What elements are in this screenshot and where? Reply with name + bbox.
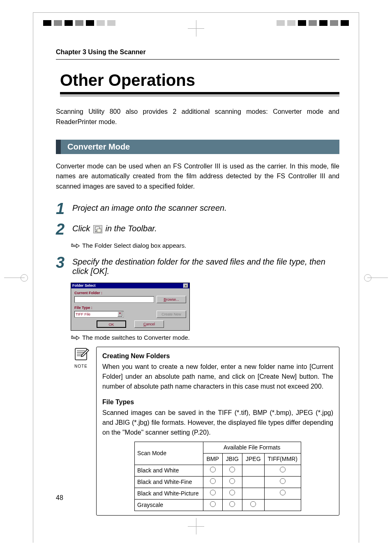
file-formats-table: Scan Mode Available File Formats BMP JBI… <box>134 442 301 511</box>
note-content: Creating New Folders When you want to cr… <box>96 347 339 516</box>
note-paragraph-1: When you want to create a new folder, en… <box>102 362 333 391</box>
page-number: 48 <box>56 494 63 502</box>
file-type-value: TIFF File <box>76 312 90 316</box>
step-number: 3 <box>56 255 72 270</box>
step-title: Project an image onto the scanner screen… <box>72 203 339 213</box>
dialog-titlebar: Folder Select × <box>71 283 189 288</box>
svg-rect-1 <box>97 229 101 232</box>
table-row: Black and White-Fine <box>135 476 301 488</box>
page-title: Other Operations <box>60 71 339 94</box>
step-text-after: in the Toolbar. <box>105 224 157 233</box>
note-label: NOTE <box>71 364 91 368</box>
note-icon <box>73 347 89 362</box>
step-2: 2 Click in the Toolbar. <box>56 221 339 237</box>
step-substep: The Folder Select dialog box appears. <box>71 242 339 249</box>
step-title: Click in the Toolbar. <box>72 224 339 233</box>
intro-paragraph: Scanning Utility 800 also provides 2 add… <box>56 107 339 127</box>
table-row: Black and White <box>135 465 301 476</box>
col-jpeg: JPEG <box>242 453 264 465</box>
col-bmp: BMP <box>203 453 222 465</box>
check-icon <box>203 488 222 499</box>
step-substep: The mode switches to Converter mode. <box>71 334 339 341</box>
step-text-before: Click <box>72 224 92 233</box>
chevron-down-icon[interactable]: ▼ <box>118 311 122 317</box>
section-heading: Converter Mode <box>56 140 339 154</box>
trim-line <box>359 12 359 543</box>
file-type-select[interactable]: TIFF File ▼ <box>74 311 124 318</box>
trim-line <box>33 12 359 13</box>
check-icon <box>222 488 242 499</box>
current-folder-label: Current Folder : <box>74 291 186 295</box>
col-tiff: TIFF(MMR) <box>264 453 301 465</box>
side-crop-mark <box>4 277 25 278</box>
note-paragraph-2: Scanned images can be saved in the TIFF … <box>102 408 333 438</box>
section-body: Converter mode can be used when an FS Co… <box>56 161 339 192</box>
folder-select-dialog: Folder Select × Current Folder : Browse.… <box>71 283 190 331</box>
note-heading-2: File Types <box>102 397 333 407</box>
check-icon <box>222 465 242 476</box>
step-title: Specify the destination folder for the s… <box>72 257 339 276</box>
converter-toolbar-icon <box>93 225 102 233</box>
check-icon <box>203 465 222 476</box>
cancel-button[interactable]: Cancel <box>134 320 164 328</box>
step-3: 3 Specify the destination folder for the… <box>56 255 339 278</box>
step-number: 2 <box>56 221 72 237</box>
trim-line <box>33 12 33 543</box>
result-arrow-icon <box>71 243 80 249</box>
ok-button[interactable]: OK <box>97 320 126 328</box>
crop-marks-top <box>0 20 392 32</box>
note-block: NOTE Creating New Folders When you want … <box>71 347 339 516</box>
dialog-title-text: Folder Select <box>72 283 96 288</box>
table-row: Grayscale <box>135 499 301 511</box>
registration-mark-icon <box>188 518 204 534</box>
browse-button[interactable]: Browse... <box>157 296 186 303</box>
table-header-available: Available File Formats <box>203 442 301 453</box>
step-1: 1 Project an image onto the scanner scre… <box>56 201 339 216</box>
check-icon <box>264 476 301 488</box>
step-sub-text: The mode switches to Converter mode. <box>82 334 190 341</box>
close-icon[interactable]: × <box>183 283 188 288</box>
check-icon <box>203 499 222 511</box>
check-icon <box>264 465 301 476</box>
registration-mark-icon <box>188 20 204 37</box>
chapter-header: Chapter 3 Using the Scanner <box>56 48 339 60</box>
table-row: Black and White-Picture <box>135 488 301 499</box>
check-icon <box>264 488 301 499</box>
check-icon <box>222 499 242 511</box>
table-header-scanmode: Scan Mode <box>135 442 203 465</box>
note-heading-1: Creating New Folders <box>102 351 333 361</box>
col-jbig: JBIG <box>222 453 242 465</box>
check-icon <box>242 499 264 511</box>
current-folder-input[interactable] <box>74 296 154 303</box>
step-sub-text: The Folder Select dialog box appears. <box>82 242 186 249</box>
page-content: Chapter 3 Using the Scanner Other Operat… <box>56 48 339 516</box>
check-icon <box>203 476 222 488</box>
side-crop-mark <box>367 277 388 278</box>
crop-marks-bottom <box>0 518 392 530</box>
result-arrow-icon <box>71 335 80 341</box>
file-type-label: File Type : <box>74 306 186 310</box>
check-icon <box>222 476 242 488</box>
create-new-button[interactable]: Create New <box>157 311 186 318</box>
step-number: 1 <box>56 201 72 216</box>
